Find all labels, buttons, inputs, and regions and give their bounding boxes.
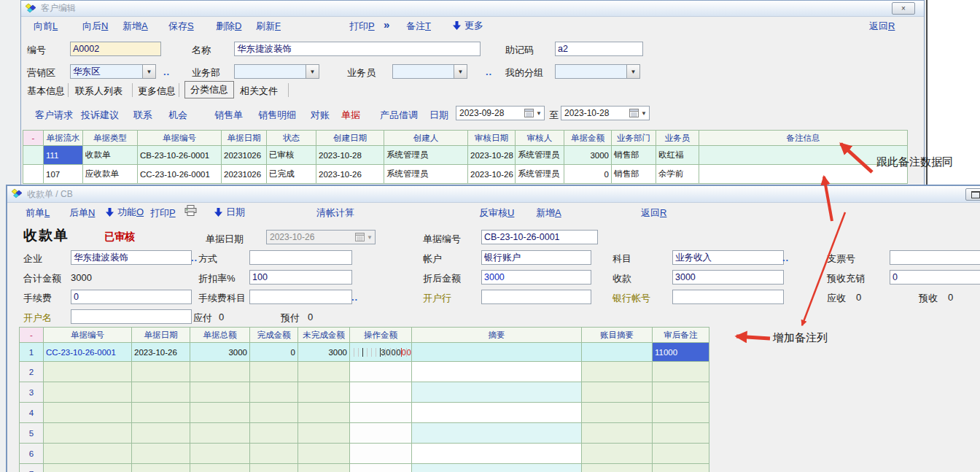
grid-cell[interactable]: 107: [44, 165, 83, 184]
row-number[interactable]: 2: [20, 362, 44, 382]
doc-date-picker[interactable]: 2023-10-26 ▼: [266, 230, 376, 244]
grid-cell[interactable]: [412, 382, 582, 403]
grid-corner-header[interactable]: -: [20, 328, 44, 343]
grid-cell[interactable]: [653, 423, 709, 444]
grid-cell[interactable]: [582, 403, 653, 423]
grid-cell[interactable]: [298, 423, 350, 444]
grid-cell[interactable]: [412, 444, 582, 464]
grid-cell[interactable]: 0: [250, 343, 298, 362]
grid-cell[interactable]: 3000: [564, 146, 612, 165]
grid-cell[interactable]: 欧红福: [656, 146, 699, 165]
grid-cell[interactable]: [250, 423, 298, 444]
grid-cell[interactable]: [412, 423, 582, 444]
tab-contact-list[interactable]: 联系人列表: [75, 85, 122, 98]
grid-cell[interactable]: [298, 382, 350, 403]
row-number[interactable]: 6: [20, 444, 44, 464]
subnav-product-loan[interactable]: 产品借调: [380, 109, 418, 122]
col-header-doc-date[interactable]: 单据日期: [222, 131, 267, 146]
grid-cell[interactable]: [190, 464, 250, 472]
subnav-documents-active[interactable]: 单据: [341, 109, 360, 122]
amount-digit-cell[interactable]: [350, 403, 412, 423]
back-button[interactable]: 返回R: [641, 206, 666, 220]
grid-cell[interactable]: [44, 362, 132, 382]
subject-field[interactable]: [672, 250, 784, 265]
grid-cell[interactable]: [132, 362, 190, 382]
note-button[interactable]: 备注T: [406, 20, 431, 33]
grid-cell[interactable]: 销售部: [612, 146, 656, 165]
method-field[interactable]: [249, 250, 352, 265]
col-header-creator[interactable]: 创建人: [384, 131, 468, 146]
refresh-button[interactable]: 刷新F: [256, 20, 281, 33]
col-header-doc-date[interactable]: 单据日期: [132, 328, 190, 343]
dept-dropdown[interactable]: ▼: [234, 64, 319, 79]
row-number[interactable]: 4: [20, 403, 44, 423]
grid-cell[interactable]: 系统管理员: [516, 165, 564, 184]
more-button[interactable]: 更多: [453, 19, 483, 32]
print-button[interactable]: 打印P: [349, 20, 375, 33]
grid-cell[interactable]: [298, 464, 350, 472]
grid-cell-selected[interactable]: 111: [44, 146, 83, 165]
prev-doc-button[interactable]: 前单L: [26, 206, 50, 220]
chevron-down-icon[interactable]: ▼: [454, 64, 467, 79]
grid-cell[interactable]: [190, 444, 250, 464]
grid-cell[interactable]: CC-23-10-26-0001: [138, 165, 222, 184]
discount-rate-field[interactable]: [249, 270, 352, 285]
functions-button[interactable]: 功能O: [106, 206, 144, 219]
grid-cell[interactable]: [44, 403, 132, 423]
grid-cell[interactable]: 应收款单: [83, 165, 138, 184]
grid-cell[interactable]: [582, 343, 653, 362]
grid-cell-doc-link[interactable]: CC-23-10-26-0001: [44, 343, 132, 362]
amount-digit-cell[interactable]: [350, 423, 412, 444]
account-field[interactable]: [481, 250, 591, 265]
grid-cell[interactable]: [298, 362, 350, 382]
chevron-icon[interactable]: »: [384, 18, 389, 31]
chevron-down-icon[interactable]: ▼: [536, 110, 542, 117]
chevron-down-icon[interactable]: ▼: [306, 64, 319, 79]
grid-cell[interactable]: [44, 444, 132, 464]
fee-subject-field[interactable]: [249, 290, 352, 304]
grid-cell[interactable]: [190, 403, 250, 423]
grid-cell[interactable]: [298, 444, 350, 464]
back-button[interactable]: 返回R: [869, 20, 895, 33]
grid-cell[interactable]: [653, 382, 709, 403]
row-number[interactable]: 5: [20, 423, 44, 444]
printer-icon-button[interactable]: [184, 205, 197, 218]
grid-cell[interactable]: 余学前: [656, 165, 699, 184]
grid-cell-selected[interactable]: 11000: [653, 343, 709, 362]
grid-cell[interactable]: [132, 423, 190, 444]
customer-no-field[interactable]: [70, 42, 161, 56]
grid-cell[interactable]: [582, 464, 653, 472]
subnav-reconciliation[interactable]: 对账: [311, 109, 330, 122]
col-header-doc-type[interactable]: 单据类型: [83, 131, 138, 146]
grid-cell[interactable]: [132, 444, 190, 464]
grid-cell[interactable]: 2023-10-26: [468, 165, 516, 184]
grid-cell[interactable]: 3000: [298, 343, 350, 362]
col-header-auditor[interactable]: 审核人: [516, 131, 564, 146]
salesman-lookup-button[interactable]: ..: [486, 66, 492, 77]
bank-account-field[interactable]: [672, 290, 784, 304]
add-button[interactable]: 新增A: [122, 20, 148, 33]
unaudit-button[interactable]: 反审核U: [479, 206, 514, 220]
amount-digit-cell[interactable]: [350, 444, 412, 464]
grid-cell[interactable]: [653, 444, 709, 464]
grid-cell[interactable]: 系统管理员: [516, 146, 564, 165]
region-dropdown[interactable]: 华东区▼: [70, 64, 156, 79]
chevron-down-icon[interactable]: ▼: [626, 64, 640, 79]
row-indicator[interactable]: [23, 165, 44, 184]
grid-cell[interactable]: 2023-10-28: [316, 146, 384, 165]
grid-cell[interactable]: 2023-10-26: [316, 165, 384, 184]
col-header-serial[interactable]: 单据流水: [44, 131, 83, 146]
col-header-amount[interactable]: 单据金额: [564, 131, 612, 146]
grid-cell[interactable]: [412, 343, 582, 362]
grid-corner-header[interactable]: -: [23, 131, 44, 146]
print-button[interactable]: 打印P: [150, 206, 176, 220]
group-dropdown[interactable]: ▼: [555, 64, 640, 79]
grid-cell[interactable]: [190, 423, 250, 444]
grid-cell[interactable]: [653, 464, 709, 472]
cheque-no-field[interactable]: [890, 250, 980, 265]
restore-button[interactable]: [965, 188, 980, 201]
grid-cell[interactable]: CB-23-10-26-0001: [138, 146, 222, 165]
grid-cell[interactable]: [412, 464, 582, 472]
tab-related-files[interactable]: 相关文件: [240, 85, 278, 98]
col-header-done-amount[interactable]: 完成金额: [250, 328, 298, 343]
